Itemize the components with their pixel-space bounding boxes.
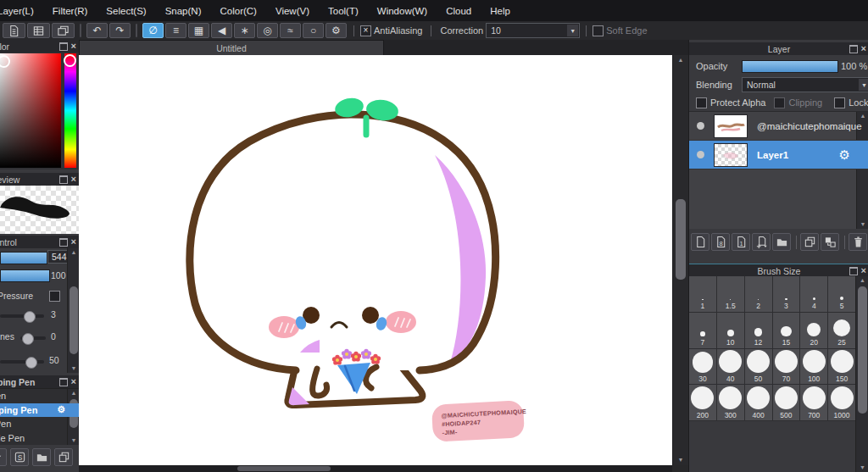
snap-guide-button[interactable]: ○ [303,23,324,38]
brush-script-button[interactable]: S [10,448,29,466]
menu-view[interactable]: View(V) [266,6,319,16]
scrollbar-thumb[interactable] [676,199,686,280]
scroll-up-icon[interactable]: ▲ [68,248,79,257]
popout-icon[interactable] [59,42,68,51]
new-1bit-layer-button[interactable]: 1 [732,233,750,251]
crisscross-snap-button[interactable]: ▦ [188,23,209,38]
brush-size-slider[interactable] [0,252,47,264]
circle-snap-button[interactable]: ◎ [257,23,278,38]
undo-button[interactable]: ↶ [86,23,108,38]
brush-size-30[interactable]: 30 [689,349,716,385]
slider-knob[interactable] [22,333,34,345]
redo-button[interactable]: ↷ [109,23,131,38]
menu-help[interactable]: Help [481,6,520,16]
brush-size-70[interactable]: 70 [773,349,800,385]
brush-opacity-slider[interactable] [0,269,50,282]
layer-row-@maichicutephomaique[interactable]: @maichicutephomaique [689,112,868,141]
slider-knob[interactable] [24,311,36,323]
brush-size-1[interactable]: 1 [689,276,716,312]
snap-settings-button[interactable]: ⚙ [326,23,347,38]
new-folder-button[interactable] [772,233,791,251]
menu-window[interactable]: Window(W) [368,6,437,16]
control-scrollbar[interactable]: ▲ ▼ [67,248,79,373]
new-8bit-layer-button[interactable]: 8 [711,233,730,251]
radial-snap-button[interactable]: ∗ [234,23,255,38]
layer-opacity-slider[interactable] [742,60,838,73]
snap-off-button[interactable]: ∅ [142,23,164,38]
brush-size-400[interactable]: 400 [745,385,772,420]
menu-cloud[interactable]: Cloud [437,6,481,16]
scroll-down-icon[interactable]: ▼ [856,464,868,472]
menu-select[interactable]: Select(S) [97,6,155,16]
curve-snap-button[interactable]: ≈ [280,23,301,38]
brush-size-3[interactable]: 3 [773,276,800,312]
brush-size-200[interactable]: 200 [689,385,716,420]
document-tab[interactable]: Untitled [79,40,384,56]
menu-tool[interactable]: Tool(T) [319,6,368,16]
layer-visibility-icon[interactable] [697,122,704,130]
brush-item-g-pen[interactable]: G Pen [0,389,79,403]
correction-dropdown[interactable]: 10 ▼ [486,23,580,38]
close-icon[interactable]: × [861,44,866,53]
slider-knob[interactable] [25,357,37,369]
canvas-page[interactable]: @MAICHICUTEPHOMAIQUE#HOIDAP247-JIM- [79,55,672,465]
scroll-up-icon[interactable]: ▲ [856,276,868,285]
layer-visibility-icon[interactable] [697,151,704,158]
brush-size-scrollbar[interactable]: ▲ ▼ [855,276,868,472]
antialiasing-checkbox[interactable]: × [360,25,371,36]
layer-row-layer1[interactable]: Layer1⚙ [689,141,868,169]
brush-size-15[interactable]: 15 [773,313,800,348]
hue-bar[interactable] [64,53,76,168]
brush-size-300[interactable]: 300 [717,385,744,420]
lock-checkbox[interactable] [834,97,845,108]
popout-icon[interactable] [59,238,68,247]
scroll-down-icon[interactable]: ▼ [68,364,79,373]
close-icon[interactable]: × [71,175,76,184]
brush-size-1.5[interactable]: 1.5 [717,276,744,312]
vanishing-point-snap-button[interactable]: ◀ [211,23,232,38]
canvas-horizontal-scrollbar[interactable] [79,465,672,472]
scroll-down-icon[interactable]: ▼ [857,220,868,229]
soft-edge-checkbox[interactable] [593,25,604,36]
option-slider-3[interactable] [0,360,44,364]
brush-duplicate-button[interactable] [54,448,73,466]
brush-size-25[interactable]: 25 [828,313,855,348]
brush-item-mapping-pen[interactable]: Mapping Pen⚙ [0,403,79,418]
menu-color[interactable]: Color(C) [210,6,265,16]
popout-icon[interactable] [59,175,68,184]
scrollbar-thumb[interactable] [858,286,867,414]
brush-size-40[interactable]: 40 [717,349,744,385]
option-slider-2[interactable] [20,336,46,340]
protect-alpha-checkbox[interactable] [696,97,707,108]
close-icon[interactable]: × [71,237,76,247]
brush-item-ink-pen[interactable]: Ink Pen [0,417,79,431]
popout-icon[interactable] [849,45,858,53]
menu-snap[interactable]: Snap(N) [156,6,211,16]
saturation-value-square[interactable] [0,53,61,168]
popout-icon[interactable] [849,267,858,275]
brush-size-50[interactable]: 50 [745,349,772,385]
brush-folder-button[interactable] [32,448,51,466]
close-icon[interactable]: × [71,42,76,51]
new-document-button[interactable] [3,23,25,38]
open-document-button[interactable] [27,23,50,38]
scrollbar-thumb[interactable] [237,466,331,471]
merge-layer-button[interactable] [821,233,839,251]
brush-settings-gear-icon[interactable]: ⚙ [57,404,65,415]
new-layer-button[interactable] [691,233,709,251]
sv-cursor[interactable] [0,55,10,68]
option-slider-1[interactable] [0,314,44,318]
brush-size-1000[interactable]: 1000 [828,385,855,420]
canvas-artwork[interactable]: @MAICHICUTEPHOMAIQUE#HOIDAP247-JIM- [79,55,672,465]
brush-size-150[interactable]: 150 [828,349,855,385]
blending-dropdown[interactable]: Normal ▼ [742,77,868,92]
menu-filter[interactable]: Filter(R) [43,6,97,16]
save-document-button[interactable] [52,23,75,38]
canvas-vertical-scrollbar[interactable]: ▲ ▼ [672,55,688,465]
add-layer-button[interactable] [752,233,771,251]
brush-add-button[interactable] [0,448,7,466]
brush-size-4[interactable]: 4 [800,276,827,312]
brush-size-700[interactable]: 700 [800,385,827,420]
delete-layer-button[interactable] [849,233,867,251]
close-icon[interactable]: × [861,266,866,275]
